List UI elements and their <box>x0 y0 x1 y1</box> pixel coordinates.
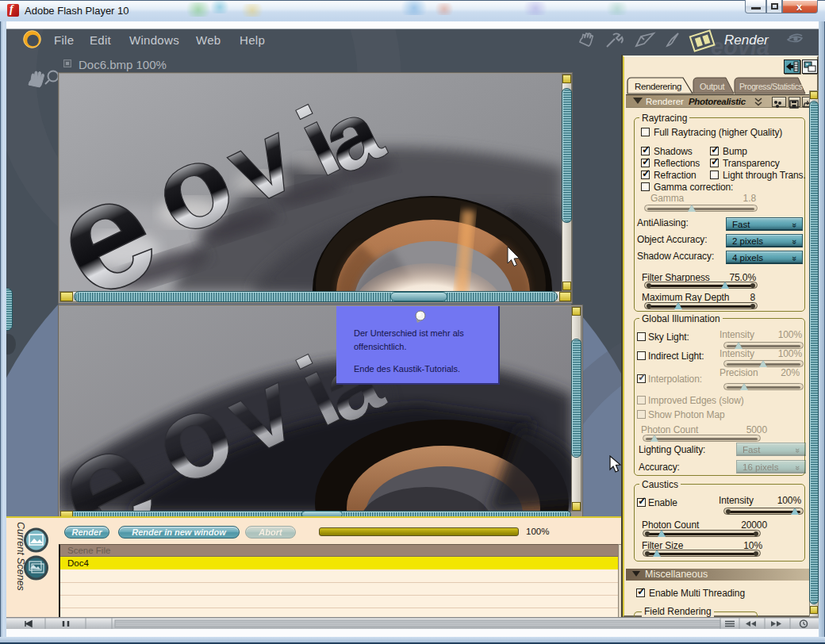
svg-text:Progress/Statistics: Progress/Statistics <box>739 82 802 91</box>
svg-text:Render: Render <box>724 33 769 48</box>
svg-text:Renderering: Renderering <box>635 82 681 91</box>
svg-text:Output: Output <box>700 82 724 91</box>
